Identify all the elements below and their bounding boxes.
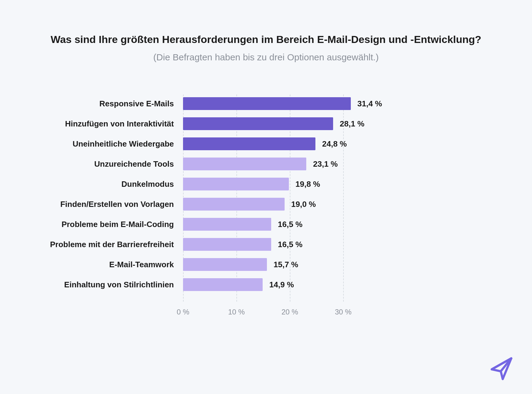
x-tick-label: 20 %	[282, 308, 298, 316]
bar	[183, 117, 333, 130]
bar-row: Hinzufügen von Interaktivität28,1 %	[183, 115, 397, 133]
bar-row: Responsive E-Mails31,4 %	[183, 94, 397, 113]
category-label: Einhaltung von Stilrichtlinien	[64, 280, 174, 289]
bar-chart: Responsive E-Mails31,4 %Hinzufügen von I…	[61, 82, 427, 326]
bar	[183, 158, 306, 170]
bar-row: Uneinheitliche Wiedergabe24,8 %	[183, 135, 397, 153]
category-label: Dunkelmodus	[121, 179, 174, 189]
chart-title: Was sind Ihre größten Herausforderungen …	[0, 0, 532, 45]
bar-row: Dunkelmodus19,8 %	[183, 175, 397, 193]
bar-row: Unzureichende Tools23,1 %	[183, 155, 397, 173]
bar-row: Probleme mit der Barrierefreiheit16,5 %	[183, 235, 397, 254]
bar-row: Finden/Erstellen von Vorlagen19,0 %	[183, 195, 397, 213]
value-label: 19,8 %	[296, 179, 320, 189]
bar-row: Einhaltung von Stilrichtlinien14,9 %	[183, 275, 397, 294]
category-label: Uneinheitliche Wiedergabe	[73, 139, 174, 149]
bar	[183, 178, 289, 190]
category-label: E-Mail-Teamwork	[109, 260, 174, 269]
bar	[183, 238, 271, 251]
value-label: 31,4 %	[358, 99, 382, 108]
value-label: 15,7 %	[274, 260, 298, 269]
value-label: 16,5 %	[278, 240, 303, 249]
bar	[183, 97, 351, 110]
x-tick-label: 10 %	[228, 308, 245, 316]
bar-row: E-Mail-Teamwork15,7 %	[183, 255, 397, 274]
bar	[183, 218, 271, 231]
bar	[183, 198, 285, 211]
x-tick-label: 30 %	[335, 308, 352, 316]
category-label: Probleme mit der Barrierefreiheit	[50, 240, 174, 249]
bar-row: Probleme beim E-Mail-Coding16,5 %	[183, 215, 397, 233]
chart-subtitle: (Die Befragten haben bis zu drei Optione…	[0, 52, 532, 62]
brand-logo-icon	[489, 356, 514, 380]
value-label: 28,1 %	[340, 119, 365, 129]
category-label: Hinzufügen von Interaktivität	[65, 119, 174, 129]
value-label: 16,5 %	[278, 220, 303, 229]
bar	[183, 137, 315, 150]
value-label: 19,0 %	[291, 200, 316, 209]
value-label: 24,8 %	[322, 139, 347, 149]
category-label: Finden/Erstellen von Vorlagen	[60, 200, 174, 209]
value-label: 14,9 %	[269, 280, 294, 289]
x-tick-label: 0 %	[177, 308, 189, 316]
bar	[183, 278, 263, 291]
category-label: Probleme beim E-Mail-Coding	[62, 220, 174, 229]
bar	[183, 258, 267, 271]
category-label: Responsive E-Mails	[99, 99, 174, 108]
category-label: Unzureichende Tools	[94, 159, 174, 169]
value-label: 23,1 %	[313, 159, 338, 169]
